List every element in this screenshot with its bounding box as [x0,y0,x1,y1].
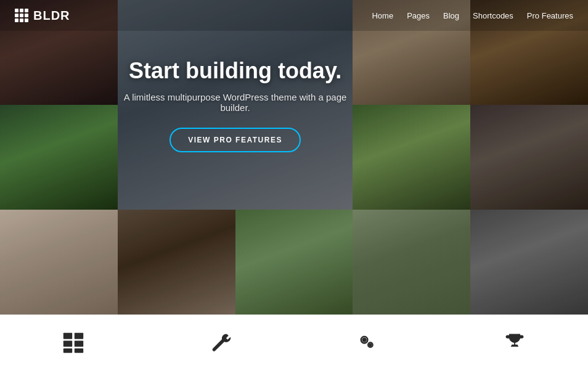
nav-pages[interactable]: Pages [407,11,430,20]
nav-shortcodes[interactable]: Shortcodes [473,11,513,20]
svg-rect-0 [63,332,72,339]
nav-blog[interactable]: Blog [443,11,459,20]
svg-point-6 [362,337,367,342]
svg-rect-5 [75,348,83,353]
cell-outdoor [353,105,470,210]
svg-rect-3 [75,340,83,347]
logo-grid-icon [15,9,28,22]
hero-grid: Start building today. A limitless multip… [0,0,588,314]
trophy-icon[interactable] [504,332,526,354]
nav-pro-features[interactable]: Pro Features [527,11,573,20]
cell-phone [470,105,588,210]
cell-plant [0,105,118,210]
cta-button[interactable]: VIEW PRO FEATURES [169,128,301,152]
wrench-icon[interactable] [210,332,232,354]
svg-rect-4 [63,348,72,353]
cell-woman [0,210,118,314]
logo-text: BLDR [33,9,70,23]
nav-links: Home Pages Blog Shortcodes Pro Features [372,11,573,20]
settings-icon[interactable] [356,332,378,354]
navbar: BLDR Home Pages Blog Shortcodes Pro Feat… [0,0,588,31]
hero-overlay: Start building today. A limitless multip… [118,0,353,210]
hero-heading: Start building today. [129,57,341,84]
hero-subheading: A limitless multipurpose WordPress theme… [118,92,353,113]
nav-home[interactable]: Home [372,11,393,20]
cell-laptop [470,210,588,314]
logo[interactable]: BLDR [15,9,70,23]
cell-coffee [118,210,235,314]
cell-stool [353,210,470,314]
svg-point-7 [369,343,372,347]
bottom-bar [0,314,588,370]
grid-icon[interactable] [62,332,84,354]
svg-rect-1 [75,332,83,339]
cell-street [235,210,353,314]
cell-bike: Start building today. A limitless multip… [118,0,353,210]
svg-rect-2 [63,340,72,347]
